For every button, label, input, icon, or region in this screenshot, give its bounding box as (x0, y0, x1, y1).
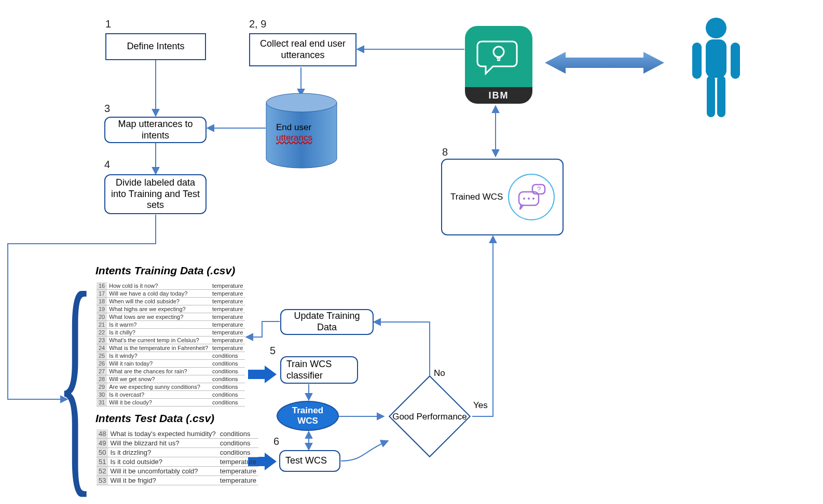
diagram-canvas: End user utterancs 1 Define Intents 2, 9… (0, 0, 823, 504)
num-4: 4 (104, 159, 110, 171)
num-1: 1 (105, 18, 111, 30)
title-train: Intents Training Data (.csv) (95, 264, 235, 277)
table-row: 24What is the temperature in Fahrenheit?… (97, 344, 245, 352)
svg-rect-19 (706, 39, 726, 78)
svg-rect-21 (731, 43, 740, 79)
table-row: 27What are the chances for rain?conditio… (97, 368, 245, 375)
svg-point-8 (509, 174, 554, 220)
label-yes: Yes (473, 400, 488, 411)
num-6: 6 (273, 436, 279, 447)
cylinder-db: End user utterancs (265, 92, 338, 169)
table-row: 53Will it be frigid?temperature (97, 476, 258, 485)
box-map-utterances: Map utterances to intents (104, 117, 207, 143)
svg-point-11 (528, 198, 530, 200)
svg-marker-1 (248, 366, 277, 383)
cyl-l1: End user (276, 122, 311, 132)
diamond-good-perf (389, 375, 471, 457)
num-8: 8 (442, 146, 448, 158)
table-row: 29Are we expecting sunny conditions?cond… (97, 383, 245, 391)
table-row: 52Will it be uncomfortably cold?temperat… (97, 467, 258, 476)
svg-point-10 (523, 198, 525, 200)
svg-point-7 (266, 93, 337, 112)
cyl-l2: utterancs (276, 133, 312, 143)
table-row: 48What is today's expected humidity?cond… (97, 429, 258, 439)
box-train-wcs: Train WCS classifier (280, 356, 358, 384)
svg-text:?: ? (537, 185, 541, 193)
svg-rect-20 (692, 43, 702, 79)
num-3: 3 (104, 103, 110, 115)
box-test-wcs: Test WCS (279, 450, 340, 472)
table-row: 49Will the blizzard hit us?conditions (97, 439, 258, 448)
label-no: No (434, 368, 445, 379)
num-29: 2, 9 (249, 18, 266, 30)
table-row: 19What highs are we expecting?temperatur… (97, 305, 245, 313)
svg-point-15 (493, 47, 504, 57)
curly-brace: { (58, 255, 93, 504)
box-collect-utterances: Collect real end user utterances (249, 33, 356, 66)
num-5: 5 (270, 345, 276, 357)
table-row: 31Will it be cloudy?conditions (97, 399, 245, 407)
table-row: 22Is it chilly?temperature (97, 329, 245, 337)
svg-marker-0 (545, 52, 664, 74)
title-test: Intents Test Data (.csv) (95, 412, 214, 425)
table-row: 25Is it windy?conditions (97, 352, 245, 360)
big-arrow-train (248, 366, 277, 383)
table-train: 16How cold is it now?temperature17Will w… (97, 282, 245, 407)
ellipse-trained-wcs: Trained WCS (277, 401, 339, 431)
svg-rect-22 (707, 76, 715, 117)
person-icon (685, 15, 747, 125)
table-row: 26Will it rain today?conditions (97, 360, 245, 368)
table-row: 16How cold is it now?temperature (97, 282, 245, 290)
table-row: 18When will the cold subside?temperature (97, 298, 245, 305)
box-trained-wcs-deployed: Trained WCS ? (441, 159, 564, 235)
table-test: 48What is today's expected humidity?cond… (97, 429, 258, 485)
svg-point-18 (706, 18, 726, 38)
table-row: 17Will we have a cold day today?temperat… (97, 290, 245, 298)
lightbulb-speech-icon (476, 37, 521, 76)
table-row: 28Will we get snow?conditions (97, 375, 245, 383)
ibm-badge: IBM (465, 26, 532, 104)
chat-icon: ? (507, 173, 555, 221)
svg-point-12 (532, 198, 534, 200)
table-row: 50Is it drizzling?conditions (97, 448, 258, 457)
box-define-intents: Define Intents (105, 33, 206, 60)
table-row: 20What lows are we expecting?temperature (97, 313, 245, 321)
table-row: 21Is it warm?temperature (97, 321, 245, 329)
box-divide-data: Divide labeled data into Training and Te… (104, 174, 207, 214)
ibm-label: IBM (465, 87, 532, 104)
trained-wcs-label: Trained WCS (450, 192, 503, 202)
svg-rect-23 (717, 76, 725, 117)
box-update-training: Update Training Data (280, 309, 374, 335)
table-row: 51Is it cold outside?temperature (97, 457, 258, 467)
table-row: 23What's the current temp in Celsius?tem… (97, 337, 245, 344)
table-row: 30Is it overcast?conditions (97, 391, 245, 399)
bidir-arrow (545, 50, 664, 76)
